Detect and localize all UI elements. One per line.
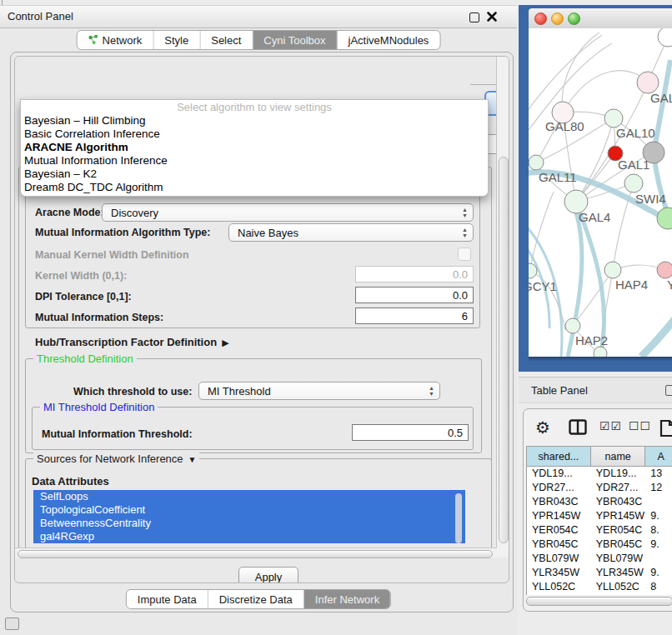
- tab-impute-data[interactable]: Impute Data: [127, 590, 208, 608]
- tab-infer-network[interactable]: Infer Network: [304, 590, 390, 608]
- cyni-toolbox-pane: Cyni Algorithm Settings Algorithm Defini…: [14, 56, 509, 583]
- tab-jactivemnodules[interactable]: jActiveMNodules: [338, 31, 440, 49]
- algorithm-option-mutual-information-inference[interactable]: Mutual Information Inference: [21, 154, 488, 168]
- kernel-width-field[interactable]: 0.0: [355, 266, 474, 282]
- table-row[interactable]: YBL079WYBL079W: [527, 552, 672, 566]
- scrollbar-thumb[interactable]: [18, 550, 493, 558]
- network-node-gal11[interactable]: [529, 155, 544, 170]
- table-horizontal-scrollbar[interactable]: [525, 596, 672, 606]
- table-row[interactable]: YDL19...YDL19...13: [527, 467, 672, 481]
- tab-discretize-data[interactable]: Discretize Data: [208, 590, 304, 608]
- table-header-row: shared...nameA: [527, 447, 672, 467]
- deselect-all-icon[interactable]: ☐☐: [629, 419, 651, 432]
- column-header-a[interactable]: A: [645, 447, 672, 466]
- tab-select[interactable]: Select: [200, 31, 253, 49]
- scrollbar-thumb[interactable]: [499, 157, 509, 543]
- table-row[interactable]: YDR27...YDR27...12: [527, 481, 672, 495]
- tab-label: Select: [211, 34, 241, 47]
- tab-label: Style: [164, 34, 188, 47]
- mi-threshold-field[interactable]: 0.5: [352, 424, 469, 441]
- table-cell: YDR27...: [527, 481, 591, 495]
- aracne-mode-label: Aracne Mode:: [35, 207, 104, 218]
- network-edge: [579, 212, 604, 352]
- algorithm-list: Bayesian – Hill ClimbingBasic Correlatio…: [21, 114, 488, 194]
- tab-cyni-toolbox[interactable]: Cyni Toolbox: [253, 31, 337, 49]
- network-canvas[interactable]: GALGAL80GAL10GAL1GAL11GAL4SWI4HAP4YGCY1H…: [529, 28, 672, 357]
- stepper-icon: ▲▼: [462, 227, 468, 238]
- algorithm-dropdown-popup: Select algorithm to view settings Bayesi…: [20, 99, 489, 197]
- mi-algorithm-type-label: Mutual Information Algorithm Type:: [35, 227, 210, 238]
- algorithm-option-bayesian-hill-climbing[interactable]: Bayesian – Hill Climbing: [21, 114, 488, 128]
- table-row[interactable]: YER054CYER054C8.: [527, 523, 672, 538]
- algorithm-option-aracne-algorithm[interactable]: ARACNE Algorithm: [21, 141, 488, 154]
- mi-steps-field[interactable]: 6: [355, 308, 474, 324]
- apply-button[interactable]: Apply: [238, 567, 298, 583]
- close-icon[interactable]: [486, 11, 498, 22]
- network-node-gal10[interactable]: [604, 109, 623, 128]
- attribute-list-scrollbar[interactable]: [455, 493, 462, 543]
- table-panel: ⚙ ☑☑ ☐☐ shared...nameA YDL19...YDL19...1…: [523, 408, 672, 612]
- scrollbar-thumb[interactable]: [526, 597, 672, 606]
- attribute-item-topologicalcoefficient[interactable]: TopologicalCoefficient: [33, 503, 465, 517]
- table-row[interactable]: YLR345WYLR345W9.: [527, 566, 672, 580]
- sources-title-label: Sources for Network Inference: [37, 452, 183, 465]
- tab-label: Network: [103, 34, 143, 47]
- attribute-item-selfloops[interactable]: SelfLoops: [33, 490, 465, 503]
- table-rows: YDL19...YDL19...13YDR27...YDR27...12YBR0…: [527, 467, 672, 592]
- dpi-tolerance-field[interactable]: 0.0: [355, 287, 474, 303]
- close-traffic-light-icon[interactable]: [534, 12, 547, 25]
- table-row[interactable]: YPR145WYPR145W9.: [527, 509, 672, 523]
- tab-label: Impute Data: [138, 593, 197, 606]
- network-window-titlebar[interactable]: [529, 8, 672, 29]
- minimize-traffic-light-icon[interactable]: [551, 12, 564, 25]
- manual-kernel-width-checkbox[interactable]: [458, 248, 471, 261]
- sources-group-title[interactable]: Sources for Network Inference▼: [33, 452, 199, 465]
- column-header-shared[interactable]: shared...: [527, 447, 591, 466]
- which-threshold-label: Which threshold to use:: [73, 386, 192, 398]
- tab-style[interactable]: Style: [153, 31, 200, 49]
- table-cell: 8.: [645, 523, 672, 538]
- which-threshold-select[interactable]: MI Threshold ▲▼: [198, 382, 440, 400]
- chevron-right-icon: ▶: [222, 338, 228, 348]
- algorithm-option-basic-correlation-inference[interactable]: Basic Correlation Inference: [21, 128, 488, 141]
- data-attributes-list[interactable]: SelfLoopsTopologicalCoefficientBetweenne…: [33, 490, 465, 548]
- zoom-traffic-light-icon[interactable]: [568, 12, 580, 25]
- network-node-hap2[interactable]: [565, 318, 580, 333]
- node-label-hap4: HAP4: [615, 278, 648, 292]
- table-cell: YBL079W: [527, 552, 591, 566]
- network-node-swi4[interactable]: [657, 208, 672, 229]
- network-edge: [641, 318, 672, 357]
- table-row[interactable]: YLL052CYLL052C8: [527, 580, 672, 592]
- minimized-panel-icon[interactable]: [5, 618, 19, 630]
- column-header-name[interactable]: name: [591, 447, 646, 466]
- network-node-hap4[interactable]: [604, 262, 621, 278]
- new-table-icon[interactable]: [659, 419, 672, 441]
- attribute-item-betweennesscentrality[interactable]: BetweennessCentrality: [33, 517, 465, 530]
- control-panel-tab-bar: NetworkStyleSelectCyni ToolboxjActiveMNo…: [77, 30, 441, 50]
- node-label-gal11: GAL11: [539, 170, 577, 184]
- mi-algorithm-type-select[interactable]: Naive Bayes ▲▼: [228, 223, 474, 242]
- select-all-icon[interactable]: ☑☑: [599, 419, 622, 432]
- settings-vertical-scrollbar[interactable]: [496, 57, 509, 558]
- split-view-icon[interactable]: [569, 419, 587, 438]
- hub-tf-definition-label: Hub/Transcription Factor Definition: [35, 336, 217, 348]
- settings-horizontal-scrollbar[interactable]: [15, 548, 497, 558]
- control-panel-title: Control Panel: [8, 10, 73, 22]
- tab-network[interactable]: Network: [78, 31, 154, 49]
- float-window-icon[interactable]: [665, 385, 672, 396]
- table-cell: YLR345W: [527, 566, 591, 580]
- table-row[interactable]: YBR043CYBR043C: [527, 495, 672, 509]
- gear-icon[interactable]: ⚙: [535, 419, 550, 436]
- network-node[interactable]: [594, 347, 607, 357]
- network-node-gal1[interactable]: [624, 174, 643, 192]
- table-cell: YLL052C: [527, 580, 591, 592]
- algorithm-option-bayesian-k2[interactable]: Bayesian – K2: [21, 168, 488, 181]
- aracne-mode-select[interactable]: Discovery ▲▼: [102, 203, 474, 222]
- hub-tf-definition-toggle[interactable]: Hub/Transcription Factor Definition▶: [35, 336, 229, 348]
- attribute-item-gal4rgexp[interactable]: gal4RGexp: [33, 530, 465, 543]
- float-window-icon[interactable]: [469, 12, 479, 22]
- table-row[interactable]: YBR045CYBR045C9.: [527, 538, 672, 552]
- algorithm-option-dream8-dc-tdc-algorithm[interactable]: Dream8 DC_TDC Algorithm: [21, 181, 488, 194]
- network-node-y[interactable]: [657, 262, 672, 278]
- network-node[interactable]: [658, 28, 672, 47]
